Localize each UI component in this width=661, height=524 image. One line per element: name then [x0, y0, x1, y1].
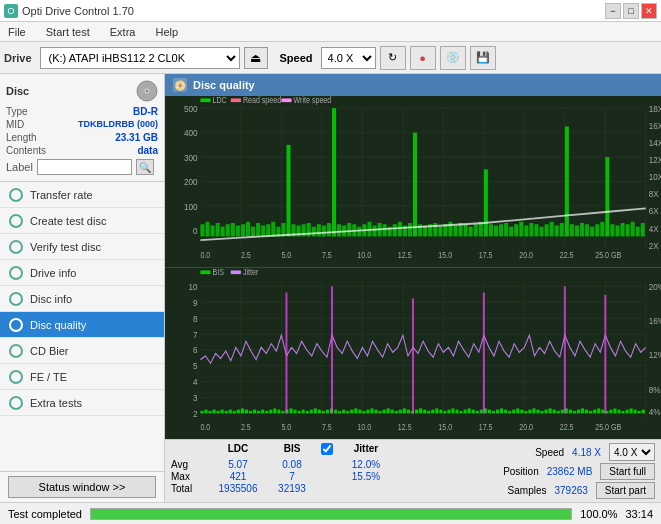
svg-rect-272 [609, 410, 612, 414]
disc-icon [136, 80, 158, 102]
svg-rect-230 [439, 410, 442, 414]
svg-rect-252 [528, 410, 531, 414]
drive-select[interactable]: (K:) ATAPI iHBS112 2 CL0K [40, 47, 240, 69]
svg-text:100: 100 [184, 201, 198, 212]
sidebar: Disc Type BD-R MID TDKBLDRBB (000) Lengt… [0, 74, 165, 502]
max-bis: 7 [267, 471, 317, 482]
svg-rect-94 [524, 225, 528, 236]
menu-help[interactable]: Help [151, 24, 182, 40]
drive-info-icon [8, 265, 24, 281]
start-part-button[interactable]: Start part [596, 482, 655, 499]
toolbar: Drive (K:) ATAPI iHBS112 2 CL0K ⏏ Speed … [0, 42, 661, 74]
svg-text:22.5: 22.5 [560, 423, 574, 433]
svg-rect-117 [641, 223, 645, 236]
disc-label-button[interactable]: 🔍 [136, 159, 154, 175]
max-label: Max [171, 471, 209, 482]
svg-rect-113 [621, 223, 625, 236]
svg-point-3 [10, 189, 22, 201]
nav-extra-tests[interactable]: Extra tests [0, 390, 164, 416]
svg-rect-186 [261, 410, 264, 414]
progress-percent: 100.0% [580, 508, 617, 520]
nav-verify-test-disc[interactable]: Verify test disc [0, 234, 164, 260]
svg-text:12X: 12X [649, 154, 661, 165]
burn-button[interactable]: ● [410, 46, 436, 70]
svg-rect-182 [245, 410, 248, 414]
svg-text:20.0: 20.0 [519, 423, 533, 433]
nav-transfer-rate[interactable]: Transfer rate [0, 182, 164, 208]
svg-text:400: 400 [184, 128, 198, 139]
svg-rect-267 [589, 411, 592, 413]
svg-text:17.5: 17.5 [479, 251, 493, 261]
stats-jitter-check-col [321, 443, 337, 457]
svg-rect-31 [205, 222, 209, 237]
svg-rect-71 [408, 223, 412, 236]
samples-label: Samples [508, 485, 547, 496]
speed-dropdown[interactable]: 4.0 X [609, 443, 655, 461]
svg-rect-108 [595, 224, 599, 236]
svg-rect-206 [342, 410, 345, 414]
menu-extra[interactable]: Extra [106, 24, 140, 40]
start-full-button[interactable]: Start full [600, 463, 655, 480]
svg-text:14X: 14X [649, 137, 661, 148]
svg-rect-209 [354, 408, 357, 413]
svg-rect-218 [391, 410, 394, 414]
svg-rect-68 [393, 224, 397, 236]
eject-button[interactable]: ⏏ [244, 47, 268, 69]
status-window-button[interactable]: Status window >> [8, 476, 156, 498]
nav-disc-quality[interactable]: Disc quality [0, 312, 164, 338]
svg-rect-195 [298, 411, 301, 413]
status-bar: Status window >> [0, 471, 164, 502]
main-layout: Disc Type BD-R MID TDKBLDRBB (000) Lengt… [0, 74, 661, 502]
svg-rect-66 [383, 224, 387, 236]
svg-rect-88 [494, 225, 498, 236]
disc-label-input[interactable] [37, 159, 132, 175]
jitter-checkbox[interactable] [321, 443, 333, 455]
svg-rect-96 [534, 224, 538, 236]
svg-point-7 [10, 293, 22, 305]
svg-text:10: 10 [188, 281, 197, 292]
nav-fe-te[interactable]: FE / TE [0, 364, 164, 390]
save-button[interactable]: 💾 [470, 46, 496, 70]
speed-select[interactable]: 4.0 X [321, 47, 376, 69]
svg-rect-219 [395, 411, 398, 413]
svg-rect-244 [496, 410, 499, 414]
nav-cd-bier[interactable]: CD Bier [0, 338, 164, 364]
nav-disc-info[interactable]: Disc info [0, 286, 164, 312]
chart-bottom: 10 9 8 7 6 5 4 3 2 20% 16% 12% 8% 4% 0 [165, 268, 661, 439]
minimize-button[interactable]: − [605, 3, 621, 19]
svg-rect-312 [200, 270, 210, 274]
menu-start-test[interactable]: Start test [42, 24, 94, 40]
svg-rect-40 [251, 227, 255, 237]
nav-extra-tests-label: Extra tests [30, 397, 82, 409]
svg-text:25.0 GB: 25.0 GB [595, 423, 621, 433]
maximize-button[interactable]: □ [623, 3, 639, 19]
svg-rect-84 [474, 224, 478, 236]
nav-drive-info[interactable]: Drive info [0, 260, 164, 286]
disc-info-panel: Disc Type BD-R MID TDKBLDRBB (000) Lengt… [0, 74, 164, 182]
cd-bier-icon [8, 343, 24, 359]
svg-rect-215 [379, 411, 382, 413]
svg-rect-183 [249, 411, 252, 413]
svg-text:10.0: 10.0 [357, 251, 371, 261]
svg-text:Jitter: Jitter [243, 268, 259, 278]
refresh-button[interactable]: ↻ [380, 46, 406, 70]
disc-header: Disc [6, 80, 158, 102]
menu-file[interactable]: File [4, 24, 30, 40]
svg-rect-278 [634, 410, 637, 414]
avg-speed: 4.18 X [572, 447, 601, 458]
nav-create-test-disc[interactable]: Create test disc [0, 208, 164, 234]
svg-rect-189 [273, 408, 276, 413]
disc-length-row: Length 23.31 GB [6, 132, 158, 143]
svg-point-6 [10, 267, 22, 279]
svg-rect-213 [370, 408, 373, 413]
svg-rect-184 [253, 410, 256, 414]
svg-rect-240 [480, 410, 483, 414]
svg-text:12%: 12% [649, 350, 661, 361]
disc-button[interactable]: 💿 [440, 46, 466, 70]
svg-rect-36 [231, 223, 235, 236]
svg-text:4%: 4% [649, 406, 661, 417]
close-button[interactable]: ✕ [641, 3, 657, 19]
svg-rect-115 [631, 222, 635, 237]
svg-text:10X: 10X [649, 172, 661, 183]
svg-rect-226 [423, 410, 426, 414]
